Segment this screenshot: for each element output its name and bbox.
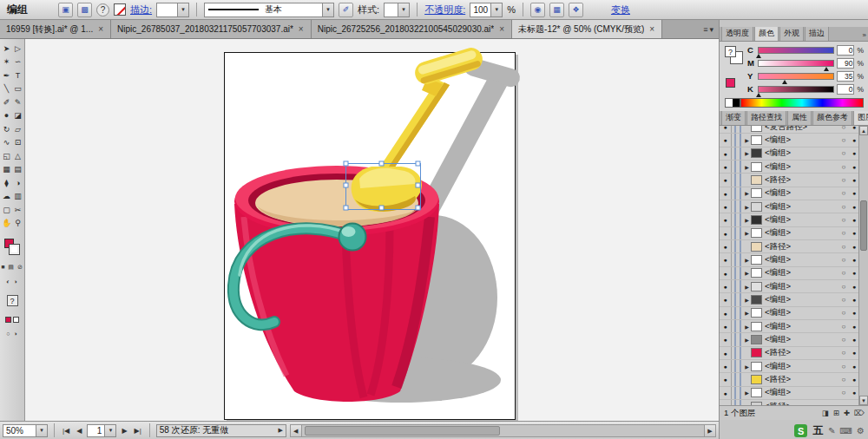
document-setup-icon[interactable]: ◉ [530,3,545,17]
expand-triangle-icon[interactable]: ▶ [743,310,751,316]
ime-icon-1[interactable]: ✎ [828,426,835,436]
target-circle-icon[interactable]: ○ [838,349,849,357]
stroke-none-swatch[interactable] [114,3,126,16]
tab-overflow-button[interactable]: ≡ ▾ [698,20,719,38]
selection-handle-ne[interactable] [416,161,420,166]
stroke-weight-combo[interactable]: ▾ [156,3,189,17]
ime-icon-2[interactable]: ⌨ [840,426,852,436]
visibility-eye-icon[interactable]: ● [720,293,732,305]
layer-row[interactable]: ●▶<编组>○● [720,387,859,400]
visibility-eye-icon[interactable]: ● [720,347,732,359]
expand-triangle-icon[interactable]: ▶ [743,297,751,303]
column-graph-tool[interactable]: ▥ [12,190,23,204]
shape-builder-tool[interactable]: ◱ [1,149,12,163]
slider-handle[interactable] [824,67,829,71]
panel-tab-描边[interactable]: 描边 [805,27,829,41]
chevron-down-icon[interactable]: ▾ [322,3,333,16]
panel-tab-路径查找[interactable]: 路径查找 [746,111,786,125]
target-circle-icon[interactable]: ○ [838,323,849,331]
black-value[interactable]: 0 [837,84,854,95]
selection-tool[interactable]: ➤ [1,42,12,56]
type-tool[interactable]: T [12,69,23,82]
last-color-swatch[interactable] [726,78,735,88]
line-segment-tool[interactable]: ╲ [1,82,12,96]
yellow-slider[interactable] [758,73,834,80]
zoom-tool[interactable]: ⚲ [12,217,23,231]
screen-mode-circles[interactable]: ○ ◑ [0,331,24,337]
target-circle-icon[interactable]: ○ [838,336,849,344]
panel-tab-颜色参考[interactable]: 颜色参考 [812,111,852,125]
expand-triangle-icon[interactable]: ▶ [743,324,751,330]
target-circle-icon[interactable]: ○ [838,189,849,197]
chevron-down-icon[interactable]: ▾ [36,425,47,436]
slice-tool[interactable]: ✂ [12,203,23,217]
layer-row[interactable]: ●<路径>○● [720,240,859,253]
layer-row[interactable]: ●<路径>○● [720,373,859,386]
target-circle-icon[interactable]: ○ [838,376,849,383]
selection-handle-se[interactable] [416,206,420,210]
target-circle-icon[interactable]: ○ [838,163,849,171]
gradient-tool[interactable]: ▤ [12,163,23,177]
white-swatch[interactable] [725,98,733,108]
layer-row[interactable]: ●▶<编组>○● [720,187,859,200]
color-spectrum[interactable] [725,98,864,108]
layer-row[interactable]: ●▶<编组>○● [720,213,859,226]
visibility-eye-icon[interactable]: ● [720,307,732,319]
target-circle-icon[interactable]: ○ [838,203,849,211]
blob-brush-tool[interactable]: ● [1,109,12,123]
expand-triangle-icon[interactable]: ▶ [743,390,751,396]
selection-handle-e[interactable] [416,183,420,187]
selection-handle-n[interactable] [379,161,384,166]
visibility-eye-icon[interactable]: ● [720,134,732,146]
layer-row[interactable]: ●▶<编组>○● [720,200,859,213]
scale-tool[interactable]: ▱ [12,122,23,136]
panel-tab-渐变[interactable]: 渐变 [721,111,746,125]
eraser-tool[interactable]: ◪ [12,109,23,123]
direct-selection-tool[interactable]: ▷ [12,42,23,56]
perspective-grid-tool[interactable]: △ [12,149,23,163]
symbol-sprayer-tool[interactable]: ☁ [1,190,12,204]
rectangle-tool[interactable]: ▭ [12,82,23,96]
slider-handle[interactable] [756,54,761,58]
canvas-area[interactable] [25,39,719,421]
layer-row[interactable]: ●▶<编组>○● [720,333,859,346]
visibility-eye-icon[interactable]: ● [720,267,732,279]
close-icon[interactable]: × [97,24,104,34]
yellow-value[interactable]: 35 [837,71,854,82]
target-circle-icon[interactable]: ○ [838,176,849,184]
layer-row[interactable]: ●▶<编组>○● [720,253,859,266]
visibility-eye-icon[interactable]: ● [720,161,732,173]
scroll-left-icon[interactable]: ◀ [291,425,302,436]
layer-row[interactable]: ●<路径>○● [720,174,859,187]
artboard-tool[interactable]: ▢ [1,203,12,217]
visibility-eye-icon[interactable]: ● [720,227,732,239]
artboard-number-combo[interactable]: 1 ▾ [87,424,116,437]
recolor-artwork-icon[interactable]: ▩ [77,3,92,17]
transform-link[interactable]: 变换 [611,3,630,16]
expand-triangle-icon[interactable]: ▶ [743,217,751,223]
eyedropper-tool[interactable]: ⧫ [1,176,12,190]
scroll-right-icon[interactable]: ▶ [704,425,715,436]
black-swatch[interactable] [733,98,740,108]
layer-row[interactable]: ●▶<编组>○● [720,147,859,161]
chevron-down-icon[interactable]: ▾ [398,3,409,16]
scroll-down-icon[interactable]: ▼ [859,396,868,405]
panel-tab-颜色[interactable]: 颜色 [754,27,779,41]
target-circle-icon[interactable]: ○ [838,256,849,264]
ime-icon-3[interactable]: ⚙ [857,426,865,436]
selection-handle-w[interactable] [344,183,348,187]
layers-footer-icon-4[interactable]: ⌦ [854,409,865,417]
target-circle-icon[interactable]: ○ [838,229,849,237]
slider-handle[interactable] [756,93,761,97]
visibility-eye-icon[interactable]: ● [720,187,732,200]
layer-row[interactable]: ●▶<编组>○● [720,280,859,293]
horizontal-scrollbar[interactable]: ◀ ▶ [290,424,716,437]
fill-stroke-proxy[interactable] [3,239,21,256]
color-proxy[interactable]: ? [725,46,744,65]
visibility-eye-icon[interactable]: ● [720,280,732,292]
layer-row[interactable]: ●▶<编组>○● [720,307,859,320]
cyan-value[interactable]: 0 [837,45,854,56]
scroll-up-icon[interactable]: ▲ [859,126,868,135]
target-circle-icon[interactable]: ○ [838,363,849,370]
screen-mode-button[interactable]: ? [7,295,18,306]
